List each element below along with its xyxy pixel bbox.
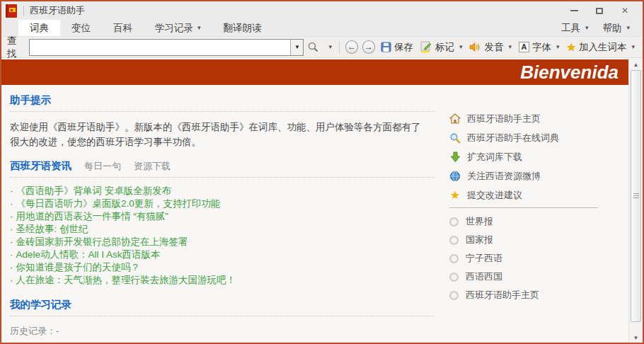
records-title: 我的学习记录 bbox=[10, 298, 71, 311]
news-link[interactable]: ·《西语助手》背单词 安卓版全新发布 bbox=[10, 185, 435, 197]
save-button[interactable]: 保存 bbox=[377, 39, 417, 56]
banner-text: Bienvenida bbox=[520, 62, 619, 84]
maximize-icon bbox=[596, 8, 603, 14]
scroll-up-button[interactable]: ▲ bbox=[631, 59, 641, 69]
search-combobox: ▼ bbox=[29, 39, 304, 56]
minimize-button[interactable] bbox=[566, 4, 582, 17]
highlighter-icon bbox=[420, 41, 432, 53]
bullet-circle-icon bbox=[449, 273, 459, 282]
toolbar-separator bbox=[339, 41, 340, 54]
download-icon bbox=[449, 151, 461, 163]
font-icon: A bbox=[519, 42, 529, 52]
app-window: 西班牙语助手 ✕ 词典 变位 百科 学习记录 ▾ 翻译朗读 工具 ▾ 帮助 ▾ bbox=[0, 0, 644, 344]
history-record: 历史记录：- bbox=[10, 325, 435, 338]
news-list: ·《西语助手》背单词 安卓版全新发布 ·《每日西语听力》桌面版2.0更新，支持打… bbox=[10, 185, 435, 287]
search-icon bbox=[449, 132, 461, 144]
sidebar-link-online-dict[interactable]: 西班牙语助手在线词典 bbox=[449, 128, 604, 147]
news-link[interactable]: ·Adele动人情歌：All I Ask西语版本 bbox=[10, 248, 435, 261]
back-arrow-icon: ← bbox=[347, 42, 356, 52]
app-logo-icon bbox=[6, 4, 17, 18]
scrollbar-thumb[interactable] bbox=[631, 70, 641, 322]
tab-bar: 词典 变位 百科 学习记录 ▾ 翻译朗读 工具 ▾ 帮助 ▾ bbox=[1, 20, 643, 37]
add-wordbook-button[interactable]: ★ 加入生词本 ▾ bbox=[563, 39, 638, 56]
scrollbar-grip-icon bbox=[633, 193, 639, 199]
tab-encyclopedia[interactable]: 百科 bbox=[102, 20, 144, 36]
chevron-down-icon: ▾ bbox=[556, 44, 560, 50]
bullet-circle-icon bbox=[449, 291, 459, 300]
main-column: 助手提示 欢迎使用《西班牙语助手》。新版本的《西班牙语助手》在词库、功能、用户体… bbox=[10, 85, 435, 344]
news-section-header: 西班牙语资讯 每日一句 资源下载 bbox=[10, 159, 435, 178]
title-separator bbox=[23, 6, 24, 16]
feed-item-ningzi[interactable]: 宁子西语 bbox=[449, 249, 604, 268]
chevron-down-icon: ▾ bbox=[508, 44, 512, 50]
mark-button[interactable]: 标记 ▾ bbox=[417, 39, 466, 56]
up-arrow-icon: ▲ bbox=[633, 62, 639, 68]
feed-item-homepage[interactable]: 西班牙语助手主页 bbox=[449, 286, 604, 304]
close-button[interactable]: ✕ bbox=[617, 4, 633, 17]
menu-tools[interactable]: 工具 ▾ bbox=[556, 22, 594, 35]
down-arrow-icon: ▼ bbox=[633, 335, 639, 341]
lookup-options-dropdown[interactable]: ▾ bbox=[323, 39, 335, 56]
bullet-circle-icon bbox=[449, 254, 459, 263]
tips-body: 欢迎使用《西班牙语助手》。新版本的《西班牙语助手》在词库、功能、用户体验等各方面… bbox=[10, 120, 429, 149]
news-link[interactable]: ·人在旅途：天气渐热，整理行装去旅游大国游玩吧！ bbox=[10, 274, 435, 287]
chevron-down-icon: ▾ bbox=[626, 25, 630, 31]
news-tab-daily[interactable]: 每日一句 bbox=[84, 160, 121, 173]
chevron-down-icon: ▾ bbox=[197, 25, 201, 31]
sidebar-link-homepage[interactable]: 西班牙语助手主页 bbox=[449, 109, 604, 128]
chevron-down-icon: ▾ bbox=[328, 44, 332, 50]
chevron-down-icon: ▾ bbox=[585, 25, 589, 31]
minimize-icon bbox=[570, 10, 578, 11]
tips-title: 助手提示 bbox=[10, 93, 51, 107]
sidebar-divider bbox=[449, 207, 598, 208]
find-label: 查找 bbox=[7, 35, 25, 60]
speaker-icon bbox=[469, 42, 481, 52]
news-link[interactable]: ·《每日西语听力》桌面版2.0更新，支持打印功能 bbox=[10, 197, 435, 210]
home-icon bbox=[449, 113, 461, 125]
sidebar-link-suggestions[interactable]: ★ 提交改进建议 bbox=[449, 185, 604, 205]
sidebar-link-dict-download[interactable]: 扩充词库下载 bbox=[449, 147, 604, 166]
title-bar: 西班牙语助手 ✕ bbox=[1, 1, 643, 20]
pronounce-button[interactable]: 发音 ▾ bbox=[466, 39, 515, 56]
search-history-dropdown[interactable]: ▼ bbox=[290, 40, 303, 55]
feed-item-elpais[interactable]: 国家报 bbox=[449, 231, 604, 249]
lookup-button[interactable] bbox=[304, 39, 323, 56]
menu-help[interactable]: 帮助 ▾ bbox=[597, 22, 636, 35]
bullet-circle-icon bbox=[449, 236, 459, 245]
floppy-disk-icon bbox=[381, 42, 391, 52]
bullet-circle-icon bbox=[449, 217, 459, 227]
news-link[interactable]: ·你知道谁是孩子们的天使吗？ bbox=[10, 261, 435, 274]
chevron-down-icon: ▾ bbox=[459, 44, 463, 50]
page-area: Bienvenida 助手提示 欢迎使用《西班牙语助手》。新版本的《西班牙语助手… bbox=[1, 58, 643, 344]
news-link[interactable]: ·圣经故事: 创世纪 bbox=[10, 223, 435, 236]
tab-conjugation[interactable]: 变位 bbox=[60, 20, 102, 36]
globe-icon bbox=[449, 171, 461, 182]
feed-item-xiyuxiguo[interactable]: 西语西国 bbox=[449, 268, 604, 286]
tab-translate-read[interactable]: 翻译朗读 bbox=[212, 20, 273, 36]
news-link[interactable]: ·用地道的西语表达一件事情 “有猫腻” bbox=[10, 210, 435, 223]
maximize-button[interactable] bbox=[592, 4, 607, 17]
back-button[interactable]: ← bbox=[345, 40, 358, 54]
sidebar-link-weibo[interactable]: 关注西语资源微博 bbox=[449, 166, 604, 185]
search-icon bbox=[307, 41, 319, 53]
feed-item-elmundo[interactable]: 世界报 bbox=[449, 212, 604, 231]
star-icon: ★ bbox=[449, 190, 461, 201]
sidebar: 西班牙语助手主页 西班牙语助手在线词典 bbox=[449, 109, 604, 304]
chevron-down-icon: ▾ bbox=[631, 44, 635, 50]
vertical-scrollbar[interactable]: ▲ ▼ bbox=[628, 58, 643, 344]
toolbar: 查找 ▼ ▾ ← → 保存 bbox=[1, 37, 643, 58]
font-button[interactable]: A 字体 ▾ bbox=[515, 39, 563, 56]
news-link[interactable]: ·金砖国家新开发银行总部协定在上海签署 bbox=[10, 236, 435, 248]
tips-section-header: 助手提示 bbox=[10, 93, 435, 112]
window-title: 西班牙语助手 bbox=[30, 4, 85, 17]
news-title: 西班牙语资讯 bbox=[10, 159, 71, 173]
content-area: 助手提示 欢迎使用《西班牙语助手》。新版本的《西班牙语助手》在词库、功能、用户体… bbox=[1, 85, 628, 344]
search-input[interactable] bbox=[30, 40, 290, 55]
forward-button[interactable]: → bbox=[362, 40, 375, 54]
news-tab-resources[interactable]: 资源下载 bbox=[134, 160, 171, 173]
tab-study-records[interactable]: 学习记录 ▾ bbox=[144, 20, 212, 36]
welcome-banner: Bienvenida bbox=[1, 59, 628, 85]
scroll-down-button[interactable]: ▼ bbox=[631, 333, 641, 343]
chevron-down-icon: ▼ bbox=[294, 44, 300, 50]
records-section-header: 我的学习记录 bbox=[10, 298, 435, 316]
